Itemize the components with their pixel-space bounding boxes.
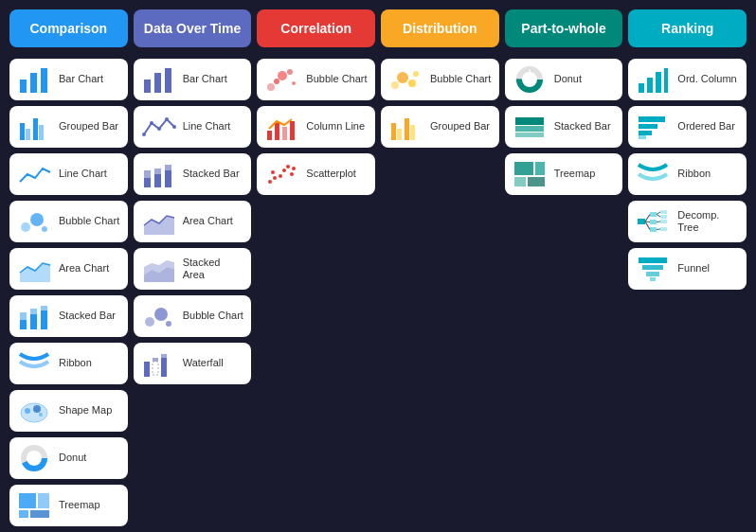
chart-item[interactable]: Line Chart: [9, 153, 128, 195]
chart-item[interactable]: Bar Chart: [9, 59, 128, 100]
category-distribution[interactable]: Distribution: [381, 9, 499, 47]
chart-item[interactable]: Stacked Bar: [9, 295, 128, 337]
chart-label: Treemap: [59, 499, 100, 511]
chart-item[interactable]: Area Chart: [134, 201, 252, 242]
svg-rect-75: [397, 129, 402, 140]
chart-item[interactable]: Shape Map: [9, 390, 128, 432]
chart-label: Line Chart: [183, 120, 231, 133]
chart-item[interactable]: Stacked Bar: [505, 106, 623, 148]
area-chart-icon: [17, 254, 51, 284]
chart-item[interactable]: Bubble Chart: [257, 59, 375, 100]
svg-point-17: [21, 403, 47, 422]
category-parttowhole[interactable]: Part-to-whole: [505, 9, 623, 47]
chart-item[interactable]: Bubble Chart: [381, 59, 499, 100]
chart-item[interactable]: Ordered Bar: [628, 106, 747, 148]
chart-item[interactable]: Donut: [505, 59, 623, 100]
chart-item[interactable]: Treemap: [505, 153, 623, 195]
category-dataovertime[interactable]: Data Over Time: [134, 9, 252, 47]
svg-point-54: [274, 79, 279, 84]
svg-rect-27: [30, 510, 49, 518]
svg-point-63: [273, 176, 277, 180]
svg-rect-14: [30, 309, 37, 314]
chart-item[interactable]: Grouped Bar: [381, 106, 499, 148]
svg-rect-61: [290, 121, 295, 140]
chart-label: Bubble Chart: [59, 215, 119, 227]
bubble-corr-icon: [264, 64, 298, 95]
chart-item[interactable]: Ribbon: [9, 343, 128, 384]
chart-item[interactable]: Bubble Chart: [9, 201, 128, 242]
chart-label: Funnel: [677, 262, 710, 275]
chart-item[interactable]: Donut: [9, 437, 128, 479]
column-line-icon: [264, 112, 298, 142]
chart-item[interactable]: Stacked Area: [134, 248, 252, 290]
chart-item[interactable]: Stacked Bar: [134, 153, 252, 195]
chart-label: Ribbon: [677, 168, 711, 180]
chart-item[interactable]: Funnel: [628, 248, 747, 290]
chart-item[interactable]: Line Chart: [134, 106, 252, 148]
svg-point-47: [166, 321, 171, 327]
chart-item[interactable]: Bar Chart: [134, 59, 252, 100]
svg-rect-99: [650, 220, 657, 224]
svg-point-71: [397, 72, 408, 83]
chart-label: Area Chart: [183, 215, 233, 227]
chart-label: Stacked Bar: [183, 168, 240, 180]
svg-rect-0: [20, 80, 27, 93]
svg-rect-87: [514, 177, 526, 186]
svg-rect-86: [535, 162, 545, 175]
svg-marker-10: [20, 263, 50, 282]
svg-rect-93: [639, 116, 665, 122]
chart-label: Stacked Area: [183, 257, 244, 281]
category-correlation[interactable]: Correlation: [257, 9, 375, 47]
svg-rect-11: [20, 320, 27, 329]
chart-item[interactable]: Decomp. Tree: [628, 201, 747, 242]
scatterplot-icon: [264, 159, 298, 189]
chart-item[interactable]: Grouped Bar: [9, 106, 128, 148]
chart-item[interactable]: Area Chart: [9, 248, 128, 290]
chart-label: Stacked Bar: [59, 310, 116, 322]
svg-rect-100: [650, 227, 657, 232]
svg-rect-29: [154, 73, 161, 93]
svg-point-19: [33, 405, 41, 413]
svg-line-108: [657, 212, 660, 215]
chart-item[interactable]: Ord. Column: [628, 59, 747, 100]
chart-item[interactable]: Column Line: [257, 106, 375, 148]
svg-rect-60: [282, 127, 287, 140]
svg-rect-49: [153, 358, 158, 362]
svg-rect-58: [267, 131, 272, 140]
svg-rect-24: [19, 493, 36, 508]
category-ranking[interactable]: Ranking: [628, 9, 747, 47]
svg-point-70: [391, 81, 399, 89]
treemap-icon: [17, 490, 51, 521]
column-parttowhole: Donut Stacked Bar Treemap: [505, 59, 623, 195]
donut-icon: [17, 443, 51, 473]
column-ranking: Ord. Column Ordered Bar Ribbon: [628, 59, 747, 290]
chart-item[interactable]: Scatterplot: [257, 153, 375, 195]
chart-label: Stacked Bar: [554, 120, 611, 133]
svg-rect-90: [647, 78, 653, 93]
chart-label: Shape Map: [59, 404, 112, 417]
ord-column-icon: [636, 64, 670, 95]
svg-point-68: [290, 172, 294, 176]
chart-label: Bar Chart: [59, 73, 103, 85]
treemap-ptw-icon: [513, 159, 547, 189]
svg-point-31: [142, 133, 146, 136]
svg-rect-114: [646, 272, 659, 276]
chart-label: Bubble Chart: [430, 73, 491, 85]
bubble-dist-icon: [388, 64, 423, 95]
svg-rect-113: [642, 265, 663, 270]
ribbon-rank-icon: [636, 159, 670, 189]
svg-rect-1: [30, 73, 37, 93]
svg-rect-5: [33, 118, 38, 140]
chart-item[interactable]: Waterfall: [134, 343, 252, 384]
svg-rect-115: [650, 277, 656, 281]
chart-item[interactable]: Bubble Chart: [134, 295, 252, 337]
svg-line-111: [657, 229, 660, 230]
svg-rect-95: [639, 131, 652, 135]
chart-item[interactable]: Ribbon: [628, 153, 747, 195]
svg-point-46: [154, 308, 168, 321]
chart-item[interactable]: Treemap: [9, 485, 128, 526]
svg-rect-107: [660, 227, 667, 231]
category-comparison[interactable]: Comparison: [9, 9, 128, 47]
svg-rect-26: [19, 510, 28, 518]
waterfall-icon: [141, 348, 175, 379]
